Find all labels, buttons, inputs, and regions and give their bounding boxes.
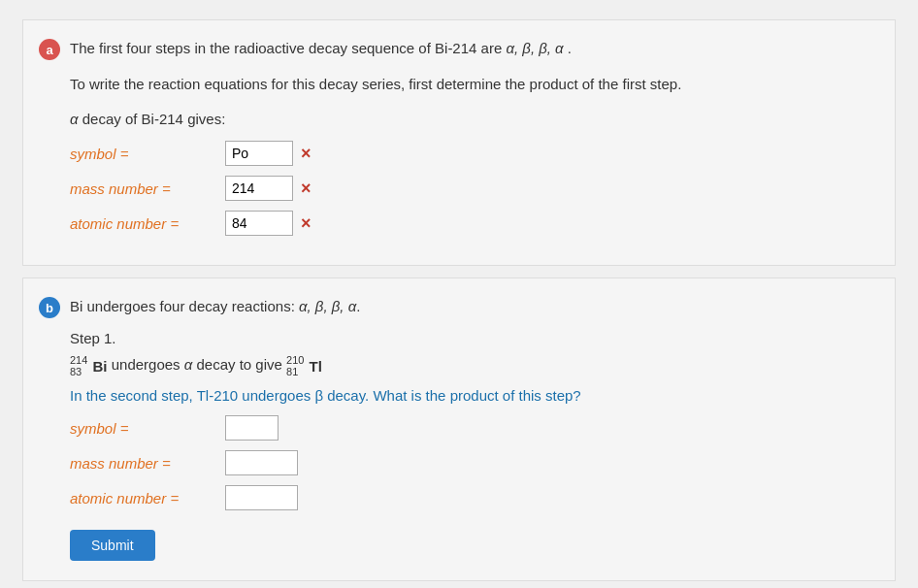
symbol-label-a: symbol = [70,146,225,162]
tl-mass: 210 [286,354,304,366]
step-label: Step 1. [70,330,875,346]
section-b: b Bi undergoes four decay reactions: α, … [22,278,896,581]
decay-sequence-a: α, β, β, α [506,40,563,56]
atomic-input-a[interactable] [225,211,293,236]
tl-symbol: Tl [310,358,322,375]
atomic-label-b: atomic number = [70,490,225,506]
submit-button[interactable]: Submit [70,530,155,561]
section-a-intro: The first four steps in the radioactive … [70,38,875,60]
mass-label-a: mass number = [70,180,225,197]
section-a-body: To write the reaction equations for this… [70,72,875,236]
section-b-header: b Bi undergoes four decay reactions: α, … [39,296,875,318]
atomic-label-a: atomic number = [70,215,225,232]
section-a-subtext: To write the reaction equations for this… [70,72,875,97]
tl-atomic: 81 [286,366,304,377]
section-a-header: a The first four steps in the radioactiv… [39,38,875,60]
atomic-mark-a: × [301,213,311,234]
atomic-row-a: atomic number = × [70,211,875,236]
symbol-label-b: symbol = [70,420,225,437]
mass-row-a: mass number = × [70,176,875,201]
decay-line-b: 214 83 Bi undergoes α decay to give 210 … [70,354,875,377]
mass-input-b[interactable] [225,450,298,475]
section-b-intro: Bi undergoes four decay reactions: α, β,… [70,296,875,318]
symbol-row-b: symbol = [70,415,875,441]
symbol-input-b[interactable] [225,415,279,441]
mass-row-b: mass number = [70,450,875,475]
symbol-row-a: symbol = × [70,141,875,166]
bi-symbol: Bi [93,358,108,375]
symbol-input-a[interactable] [225,141,293,166]
mass-label-b: mass number = [70,455,225,472]
section-a: a The first four steps in the radioactiv… [22,19,896,266]
mass-input-a[interactable] [225,176,293,201]
atomic-row-b: atomic number = [70,485,875,510]
page-container: a The first four steps in the radioactiv… [22,19,896,581]
decay-text-b: undergoes α decay to give [112,356,286,373]
badge-b: b [39,297,60,318]
atomic-input-b[interactable] [225,485,298,510]
badge-a: a [39,39,60,60]
tl-notation: 210 81 Tl [286,356,322,373]
symbol-mark-a: × [301,144,311,164]
mass-mark-a: × [301,179,311,199]
bi-atomic: 83 [70,366,87,377]
bi-notation: 214 83 Bi [70,356,112,373]
section-b-body: Step 1. 214 83 Bi undergoes α decay to g… [70,330,875,510]
question-line-b: In the second step, Tl-210 undergoes β d… [70,387,875,404]
bi-mass: 214 [70,354,87,366]
decay-intro-line: α decay of Bi-214 gives: [70,107,875,132]
